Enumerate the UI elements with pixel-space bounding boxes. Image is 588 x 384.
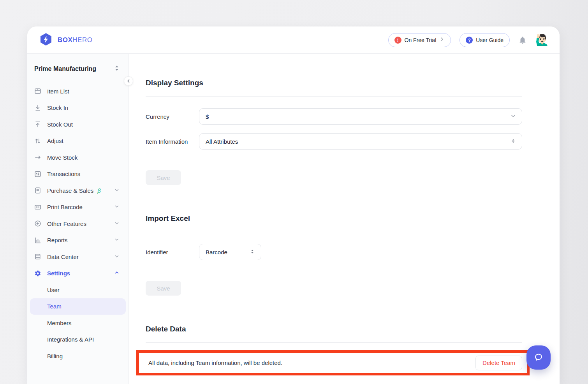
- sidebar-item-label: Move Stock: [47, 154, 77, 161]
- sidebar-item-label: Adjust: [47, 137, 63, 144]
- sidebar-item-label: Item List: [47, 88, 69, 95]
- team-switcher-sort-icon: [114, 65, 119, 73]
- sidebar-subitem-team[interactable]: Team: [30, 298, 126, 315]
- user-avatar[interactable]: 🙋🏻‍♂️: [535, 33, 549, 47]
- arrow-up-from-line-icon: [34, 121, 41, 128]
- sidebar-item-label: Data Center: [47, 254, 79, 260]
- sidebar-item-move-stock[interactable]: Move Stock: [27, 149, 129, 166]
- settings-content: Display Settings Currency $ Item Informa…: [129, 54, 560, 384]
- question-icon: ?: [466, 37, 473, 44]
- boxhero-logo[interactable]: BOXHERO: [39, 32, 92, 48]
- currency-value: $: [206, 113, 209, 120]
- currency-label: Currency: [146, 113, 199, 120]
- gear-icon: [34, 270, 41, 277]
- sidebar-item-reports[interactable]: Reports: [27, 232, 129, 249]
- document-icon: [34, 187, 41, 194]
- delete-team-button[interactable]: Delete Team: [475, 356, 522, 370]
- sidebar-item-transactions[interactable]: Transactions: [27, 166, 129, 183]
- delete-data-row: All data, including Team information, wi…: [139, 353, 527, 373]
- chevron-right-icon: [439, 37, 445, 43]
- item-information-label: Item Information: [146, 138, 199, 145]
- chevron-down-icon: [510, 113, 516, 120]
- sidebar-subitem-label: Members: [47, 320, 72, 326]
- sidebar-subitem-integrations-api[interactable]: Integrations & API: [27, 331, 129, 348]
- beta-badge: β: [97, 187, 101, 194]
- identifier-select[interactable]: Barcode: [199, 244, 261, 260]
- sidebar-item-data-center[interactable]: Data Center: [27, 248, 129, 265]
- sidebar-item-purchase-sales[interactable]: Purchase & Sales β: [27, 182, 129, 199]
- sidebar-item-adjust[interactable]: Adjust: [27, 133, 129, 150]
- chevron-down-icon: [114, 254, 120, 260]
- app-window: BOXHERO ! On Free Trial ? User Guide 🙋🏻‍…: [27, 26, 560, 384]
- item-information-select[interactable]: All Attributes: [199, 133, 522, 150]
- chat-bubble-icon: [533, 352, 544, 363]
- arrows-up-down-icon: [34, 137, 41, 144]
- sidebar-item-label: Print Barcode: [47, 204, 83, 210]
- sidebar-item-label: Purchase & Sales: [47, 187, 93, 194]
- select-updown-icon: [249, 248, 255, 256]
- chevron-left-icon: [126, 79, 131, 83]
- transactions-icon: [34, 171, 41, 178]
- sidebar-item-label: Stock In: [47, 104, 68, 111]
- sidebar-subitem-label: Team: [47, 303, 62, 310]
- item-information-value: All Attributes: [206, 138, 238, 145]
- team-switcher[interactable]: Prime Manufacturing: [27, 54, 129, 79]
- chevron-up-icon: [114, 270, 120, 277]
- sidebar-item-label: Transactions: [47, 171, 80, 177]
- chevron-down-icon: [114, 187, 120, 194]
- database-icon: [34, 253, 41, 260]
- item-information-row: Item Information All Attributes: [146, 133, 522, 150]
- trial-label: On Free Trial: [405, 37, 437, 43]
- sidebar-item-print-barcode[interactable]: Print Barcode: [27, 199, 129, 216]
- app-header: BOXHERO ! On Free Trial ? User Guide 🙋🏻‍…: [27, 26, 560, 54]
- sidebar-item-label: Settings: [47, 270, 70, 277]
- logo-box-text: BOX: [58, 36, 72, 44]
- barcode-icon: [34, 204, 41, 211]
- import-excel-title: Import Excel: [146, 214, 522, 223]
- sidebar-subitem-user[interactable]: User: [27, 282, 129, 298]
- select-updown-icon: [510, 138, 516, 145]
- app-body: Prime Manufacturing Item List Stock In: [27, 54, 560, 384]
- delete-data-title: Delete Data: [146, 325, 522, 333]
- sidebar-item-label: Stock Out: [47, 121, 73, 128]
- arrow-down-to-line-icon: [34, 104, 41, 111]
- chevron-down-icon: [114, 237, 120, 243]
- save-button-import[interactable]: Save: [146, 281, 181, 296]
- free-trial-button[interactable]: ! On Free Trial: [388, 33, 451, 47]
- currency-row: Currency $: [146, 108, 522, 125]
- identifier-label: Identifier: [146, 249, 199, 255]
- plus-circle-icon: [34, 220, 41, 227]
- chevron-down-icon: [114, 220, 120, 227]
- sidebar-item-settings[interactable]: Settings: [27, 265, 129, 282]
- sidebar-item-stock-out[interactable]: Stock Out: [27, 116, 129, 133]
- user-guide-label: User Guide: [476, 37, 503, 43]
- sidebar-item-item-list[interactable]: Item List: [27, 83, 129, 100]
- section-divider: [146, 342, 522, 343]
- identifier-row: Identifier Barcode: [146, 244, 522, 260]
- sidebar-subitem-billing[interactable]: Billing: [27, 348, 129, 365]
- user-guide-button[interactable]: ? User Guide: [459, 33, 510, 47]
- sidebar-subitem-members[interactable]: Members: [27, 315, 129, 331]
- save-button-display[interactable]: Save: [146, 170, 181, 185]
- section-divider: [146, 96, 522, 97]
- boxhero-logo-icon: [39, 32, 53, 48]
- sidebar: Prime Manufacturing Item List Stock In: [27, 54, 129, 384]
- sidebar-subitem-label: Integrations & API: [47, 336, 94, 343]
- sidebar-subitem-label: User: [47, 287, 60, 293]
- red-annotation-highlight: All data, including Team information, wi…: [136, 350, 530, 375]
- support-chat-button[interactable]: [526, 345, 551, 370]
- notification-bell-icon[interactable]: [518, 36, 527, 44]
- chevron-down-icon: [114, 204, 120, 210]
- box-icon: [34, 88, 41, 95]
- sidebar-nav: Item List Stock In Stock Out Adjust Move: [27, 83, 129, 365]
- trial-alert-icon: !: [394, 37, 401, 44]
- currency-dropdown[interactable]: $: [199, 108, 522, 125]
- sidebar-item-stock-in[interactable]: Stock In: [27, 100, 129, 116]
- team-switcher-name: Prime Manufacturing: [34, 65, 96, 72]
- sidebar-collapse-button[interactable]: [124, 76, 133, 86]
- delete-warning-text: All data, including Team information, wi…: [148, 359, 282, 366]
- section-divider: [146, 232, 522, 232]
- dotted-arrow-right-icon: [34, 154, 41, 161]
- boxhero-wordmark: BOXHERO: [58, 36, 92, 44]
- sidebar-item-other-features[interactable]: Other Features: [27, 215, 129, 232]
